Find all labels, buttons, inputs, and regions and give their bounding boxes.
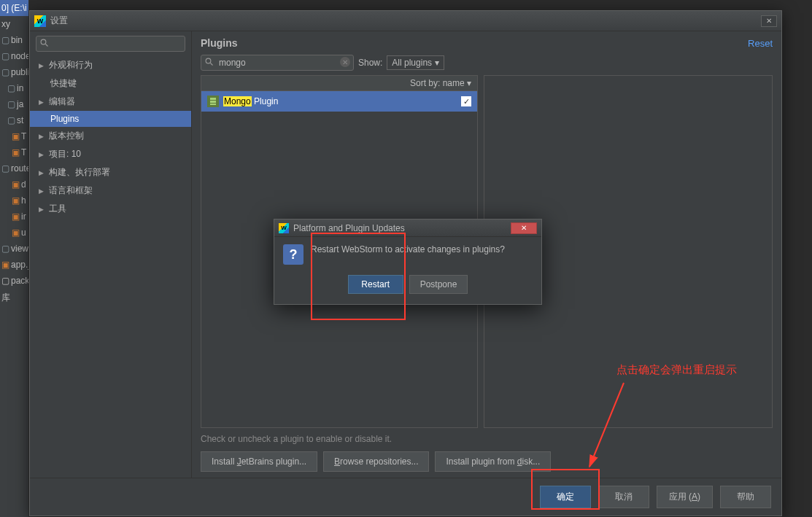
bg-tree-item: ▣T [0, 128, 28, 144]
bg-tree-item: xy [0, 16, 28, 32]
plugin-search: ✕ [201, 55, 354, 71]
reset-link[interactable]: Reset [748, 38, 773, 49]
webstorm-logo-icon: W [34, 15, 46, 27]
sort-header[interactable]: Sort by: name ▾ [201, 76, 477, 91]
bg-tree-item: ▢route [0, 160, 28, 176]
plugin-name: Mongo Plugin [223, 96, 278, 106]
install-jetbrains-button[interactable]: Install JetBrains plugin... [201, 451, 317, 472]
tree-item-plugins[interactable]: Plugins [30, 111, 191, 127]
ok-button[interactable]: 确定 [540, 486, 591, 508]
hint-text: Check or uncheck a plugin to enable or d… [201, 434, 773, 444]
modal-message: Restart WebStorm to activate changes in … [311, 244, 505, 254]
sidebar-search-input[interactable] [36, 36, 185, 52]
dialog-titlebar[interactable]: W 设置 ✕ [30, 11, 781, 31]
tree-item-languages[interactable]: ▶语言和框架 [30, 182, 191, 200]
modal-titlebar[interactable]: W Platform and Plugin Updates ✕ [274, 219, 541, 237]
install-from-disk-button[interactable]: Install plugin from disk... [435, 451, 551, 472]
plugin-enabled-checkbox[interactable]: ✓ [461, 96, 471, 106]
bg-tree-item: ▣h [0, 193, 28, 209]
svg-point-2 [206, 58, 211, 63]
svg-line-1 [46, 44, 48, 47]
bg-tree-item: ▢views [0, 241, 28, 257]
dialog-footer: 确定 取消 应用 (A) 帮助 [30, 478, 781, 516]
tree-item-appearance[interactable]: ▶外观和行为 [30, 56, 191, 74]
annotation-text: 点击确定会弹出重启提示 [616, 363, 737, 377]
clear-icon[interactable]: ✕ [340, 57, 350, 67]
show-filter-dropdown[interactable]: All plugins ▾ [387, 55, 444, 70]
modal-title-text: Platform and Plugin Updates [293, 223, 405, 233]
svg-line-3 [211, 63, 213, 66]
restart-button[interactable]: Restart [348, 275, 403, 294]
chevron-down-icon: ▾ [435, 58, 439, 68]
plugin-icon [207, 96, 219, 107]
search-icon [205, 58, 214, 69]
close-icon[interactable]: ✕ [761, 15, 777, 27]
bg-tree-item: ▣d [0, 176, 28, 193]
panel-title: Plugins [201, 37, 238, 49]
bg-tree-item: ▣u [0, 225, 28, 241]
dialog-title: 设置 [50, 15, 68, 27]
bg-tree-item: ▣ir [0, 209, 28, 225]
settings-tree: ▶外观和行为 快捷键 ▶编辑器 Plugins ▶版本控制 ▶项目: 10 ▶构… [30, 56, 191, 478]
svg-line-5 [589, 383, 624, 467]
tree-item-tools[interactable]: ▶工具 [30, 200, 191, 218]
plugin-row-mongo[interactable]: Mongo Plugin ✓ [201, 91, 477, 112]
browse-repositories-button[interactable]: Browse repositories... [323, 451, 429, 472]
postpone-button[interactable]: Postpone [409, 275, 468, 294]
sidebar-search [36, 36, 185, 52]
bg-tree-item: ▢publi [0, 64, 28, 80]
search-icon [40, 39, 49, 50]
question-icon: ? [283, 244, 303, 265]
bg-tree-item: ▢pack [0, 273, 28, 289]
bg-tree-item: ▣app.j [0, 257, 28, 273]
tree-item-vcs[interactable]: ▶版本控制 [30, 127, 191, 145]
annotation-arrow-icon [584, 379, 627, 476]
bg-tree-item: ▢ja [0, 96, 28, 112]
plugin-search-input[interactable] [201, 55, 354, 71]
svg-point-0 [41, 39, 46, 44]
show-label: Show: [358, 58, 382, 68]
apply-button[interactable]: 应用 (A) [657, 486, 713, 508]
bg-tree-item: ▣T [0, 144, 28, 160]
restart-dialog: W Platform and Plugin Updates ✕ ? Restar… [274, 219, 542, 305]
bg-tree-item: ▢node [0, 48, 28, 64]
help-button[interactable]: 帮助 [720, 486, 771, 508]
chevron-down-icon: ▾ [467, 78, 471, 88]
tree-item-build[interactable]: ▶构建、执行部署 [30, 163, 191, 182]
bg-tree-item: 库 [0, 289, 28, 307]
tree-item-keymap[interactable]: 快捷键 [30, 74, 191, 93]
tree-item-project[interactable]: ▶项目: 10 [30, 145, 191, 163]
webstorm-logo-icon: W [279, 223, 289, 233]
close-icon[interactable]: ✕ [511, 222, 537, 234]
settings-sidebar: ▶外观和行为 快捷键 ▶编辑器 Plugins ▶版本控制 ▶项目: 10 ▶构… [30, 31, 192, 478]
cancel-button[interactable]: 取消 [598, 486, 649, 508]
bg-tree-root: 0] (E:\i [0, 0, 28, 16]
bg-tree-item: ▢bin [0, 32, 28, 48]
bg-tree-item: ▢st [0, 112, 28, 128]
bg-tree-item: ▢in [0, 80, 28, 96]
tree-item-editor[interactable]: ▶编辑器 [30, 93, 191, 111]
project-tree-background: 0] (E:\i xy ▢bin ▢node ▢publi ▢in ▢ja ▢s… [0, 0, 29, 517]
